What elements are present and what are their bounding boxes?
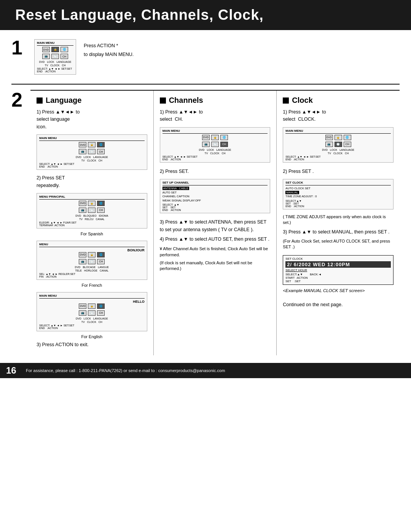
three-columns: Language 1) Press ▲▼◄► toselect language…: [30, 90, 400, 355]
channels-step2-text: 2) Press SET.: [160, 168, 271, 175]
ch-menu-mockup: MAIN MENU DVD 🔒 🌐 📺 🕐 CH DVDLOCKL: [160, 127, 271, 163]
channels-column: Channels 1) Press ▲▼◄► toselect CH. MAIN…: [154, 91, 277, 355]
page-content: 1 MAIN MENU DVD 🔒 🌐 📺 🕐 CH DVD LOCK LANG…: [0, 38, 411, 355]
clock-col-header: Clock: [283, 96, 393, 105]
page-footer-bar: 16 For assistance, please call : 1-800-2…: [0, 363, 411, 378]
set-clock-mockup: SET CLOCK AUTO CLOCK SET MANUAL TIME ZON…: [283, 179, 393, 209]
language-step3-text: 3) Press ACTION to exit.: [37, 341, 147, 348]
continued-text: Continued on the next page.: [283, 301, 393, 308]
clock-step2-text: 2) Press SET .: [283, 168, 393, 175]
language-step1-text: 1) Press ▲▼◄► toselect languageicon.: [37, 109, 147, 131]
menu-icons-row1: DVD 🔒 🌐: [37, 47, 73, 52]
clock-step3-text: 3) Press ▲▼ to select MANUAL, then press…: [283, 228, 393, 236]
footer-text: For assistance, please call : 1-800-211-…: [26, 368, 225, 373]
example-caption: <Example MANUAL CLOCK SET screen>: [283, 288, 393, 294]
clock-column: Clock 1) Press ▲▼◄► toselect CLOCK. MAIN…: [277, 91, 400, 355]
channels-header-title: Channels: [169, 96, 203, 105]
menu-footer-step1: SELECT: ▲▼ ◄ ► SET:SETEND :ACTION: [37, 67, 73, 73]
step1-instructions: Press ACTION * to display MAIN MENU.: [84, 41, 134, 60]
page-title: Reset Language, Channels, Clock,: [15, 7, 396, 23]
ch-icon-box: CH: [61, 54, 68, 59]
menu-icons-row2: 📺 🕐 CH: [37, 54, 73, 59]
tv-box-en: 📺: [79, 149, 86, 154]
select-hour-label: SELECT HOUR: [285, 268, 391, 272]
caption-english: For English: [37, 334, 147, 339]
page-header: Reset Language, Channels, Clock,: [0, 0, 411, 30]
channels-note1: ¥ After Channel Auto Set is finished, Cl…: [160, 246, 271, 258]
caption-spanish: For Spanish: [37, 232, 147, 236]
main-menu-en-mockup: MAIN MENU DVD 🔒 🌐 📺 🕐 CH DVDLOCKL: [37, 134, 147, 170]
channels-note2: (If clock is set manually, Clock Auto Se…: [160, 260, 271, 272]
main-menu-french-mockup: MENU BONJOUR DVD 🔒 🌐 📺 🕐 CH: [37, 241, 147, 280]
channels-header-icon: [160, 97, 166, 104]
main-menu-english-mockup: MAIN MENU HELLO DVD 🔒 🌐 📺 🕐 CH: [37, 292, 147, 331]
language-icon: 🌐: [61, 47, 68, 52]
menu-labels-row2: TV CLOCK CH: [37, 64, 73, 67]
menu-labels-row1: DVD LOCK LANGUAGE: [37, 61, 73, 63]
main-menu-mockup-step1: MAIN MENU DVD 🔒 🌐 📺 🕐 CH DVD LOCK LANGUA…: [34, 39, 76, 75]
clock-display-mockup: SET CLOCK 2/ 6/2002 WED 12:00PM SELECT H…: [283, 255, 393, 285]
step2-columns-wrapper: Language 1) Press ▲▼◄► toselect language…: [30, 90, 400, 355]
lang-box-en: 🌐: [97, 142, 105, 147]
clk-box-en: 🕐: [88, 149, 96, 154]
language-column: Language 1) Press ▲▼◄► toselect language…: [30, 91, 154, 355]
dvd-box-en: DVD: [79, 142, 86, 147]
step1-row: 1 MAIN MENU DVD 🔒 🌐 📺 🕐 CH DVD LOCK LANG…: [11, 38, 400, 77]
section-divider: [11, 84, 400, 85]
clock-menu-mockup: MAIN MENU DVD 🔒 🌐 📺 🕐 CH DVDLOCKL: [283, 127, 393, 163]
tv-icon-box: 📺: [42, 54, 50, 59]
clock-step1-text: 1) Press ▲▼◄► toselect CLOCK.: [283, 109, 393, 123]
menu-title-step1: MAIN MENU: [37, 41, 73, 46]
channels-step4-text: 4) Press ▲▼ to select AUTO SET, then pre…: [160, 236, 271, 243]
language-header-title: Language: [46, 96, 81, 105]
clock-header-title: Clock: [292, 96, 312, 105]
caption-french: For French: [37, 283, 147, 288]
language-step2-text: 2) Press SETrepeatedly.: [37, 174, 147, 189]
setup-channel-mockup: SET UP CHANNEL ANTENNA : CABLE AUTO SET …: [160, 179, 271, 213]
step1-line2: to display MAIN MENU.: [84, 51, 134, 58]
channels-step3-text: 3) Press ▲▼ to select ANTENNA, then pres…: [160, 219, 271, 233]
timezone-note: ( TIME ZONE ADJUST appears only when aut…: [283, 214, 393, 226]
lock-icon: 🔒: [51, 47, 59, 52]
step1-number: 1: [11, 38, 27, 58]
clock-icon-box: 🕐: [51, 54, 59, 59]
channels-step1-text: 1) Press ▲▼◄► toselect CH.: [160, 109, 271, 123]
main-menu-spanish-mockup: MENU PRINCIPAL DVD 🔒 🌐 📺 🕐 CH DVD: [37, 193, 147, 228]
channels-col-header: Channels: [160, 96, 271, 105]
language-col-header: Language: [37, 96, 147, 105]
clock-time-display: 2/ 6/2002 WED 12:00PM: [285, 261, 391, 268]
dvd-icon: DVD: [42, 47, 50, 52]
ch-box-en: CH: [97, 149, 105, 154]
language-header-icon: [37, 97, 43, 104]
page-number: 16: [6, 365, 20, 376]
step1-line1: Press ACTION *: [84, 42, 134, 50]
clock-header-icon: [283, 97, 289, 104]
lock-box-en: 🔒: [88, 142, 96, 147]
auto-clock-note: (For Auto Clock Set, select AUTO CLOCK S…: [283, 238, 393, 250]
step2-header-row: 2 Language 1) Press ▲▼◄► toselect langua…: [11, 90, 400, 355]
step2-number: 2: [11, 90, 27, 110]
